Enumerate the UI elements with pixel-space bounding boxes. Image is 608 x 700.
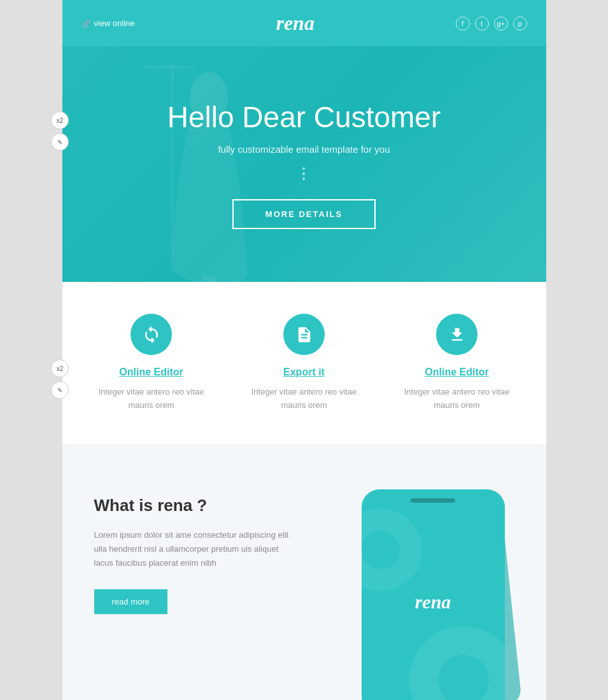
what-body: Lorem ipsum dolor sit ame consectetur ad…: [94, 528, 298, 570]
edit-icon-middle: ✎: [57, 387, 62, 394]
feature-title-1: Online Editor: [88, 367, 215, 378]
hero-dots: [167, 167, 441, 180]
edit-btn-top[interactable]: ✎: [51, 133, 69, 151]
feature-item-1: Online Editor Integer vitae antero reo v…: [75, 314, 228, 412]
email-header: 🔗 view online rena f t g+ p: [62, 0, 546, 46]
hero-content: Hello Dear Customer fully customizable e…: [155, 74, 453, 255]
feature-icon-download: [436, 314, 477, 355]
zoom-x2-btn-top[interactable]: x2: [51, 111, 69, 129]
phone-circle-deco-2: [362, 508, 422, 591]
header-logo: rena: [276, 11, 314, 35]
feature-icon-export: [283, 314, 325, 355]
what-title: What is rena ?: [94, 496, 298, 515]
email-container: 🔗 view online rena f t g+ p: [62, 0, 546, 700]
phone-circle-deco-1: [409, 626, 505, 700]
what-text: What is rena ? Lorem ipsum dolor sit ame…: [62, 483, 330, 627]
edit-btn-middle[interactable]: ✎: [51, 381, 69, 399]
feature-title-3: Online Editor: [393, 367, 521, 378]
feature-desc-1: Integer vitae antero reo vitae mauris or…: [88, 386, 215, 412]
read-more-button[interactable]: read more: [94, 589, 167, 614]
zoom-x2-btn-middle[interactable]: x2: [51, 360, 69, 377]
feature-item-2: Export it Integer vitae antero reo vitae…: [228, 314, 381, 412]
edit-icon-top: ✎: [57, 139, 62, 146]
link-icon: 🔗: [81, 19, 91, 28]
hero-subtitle: fully customizable email template for yo…: [167, 144, 441, 155]
float-controls-middle: x2 ✎: [51, 360, 69, 399]
pinterest-icon[interactable]: p: [513, 17, 527, 31]
dot-1: [302, 167, 305, 170]
phone-front: rena: [362, 489, 505, 700]
feature-icon-refresh: [131, 314, 172, 355]
svg-rect-1: [202, 276, 215, 282]
feature-desc-2: Integer vitae antero reo vitae mauris or…: [241, 386, 368, 412]
googleplus-icon[interactable]: g+: [494, 17, 508, 31]
phone-logo: rena: [415, 591, 451, 613]
hero-section: Hello Dear Customer fully customizable e…: [62, 46, 546, 282]
svg-rect-3: [145, 66, 196, 69]
more-details-button[interactable]: MORE DETAILS: [232, 199, 376, 229]
header-social: f t g+ p: [456, 17, 527, 31]
feature-title-2: Export it: [241, 367, 368, 378]
twitter-icon[interactable]: t: [475, 17, 489, 31]
what-phone-area: rena: [330, 483, 546, 700]
feature-desc-3: Integer vitae antero reo vitae mauris or…: [393, 386, 521, 412]
dot-3: [302, 178, 305, 180]
float-controls-top: x2 ✎: [51, 111, 69, 151]
what-section: What is rena ? Lorem ipsum dolor sit ame…: [62, 445, 546, 700]
features-section: Online Editor Integer vitae antero reo v…: [62, 282, 546, 445]
phone-notch: [411, 498, 455, 503]
feature-item-3: Online Editor Integer vitae antero reo v…: [381, 314, 534, 412]
dot-2: [302, 172, 305, 175]
facebook-icon[interactable]: f: [456, 17, 470, 31]
hero-title: Hello Dear Customer: [167, 100, 441, 134]
page-wrapper: x2 ✎ x2 ✎ 🔗 view online rena f t g+ p: [0, 0, 608, 700]
view-online-label: view online: [94, 18, 135, 28]
view-online-link[interactable]: 🔗 view online: [81, 18, 135, 28]
